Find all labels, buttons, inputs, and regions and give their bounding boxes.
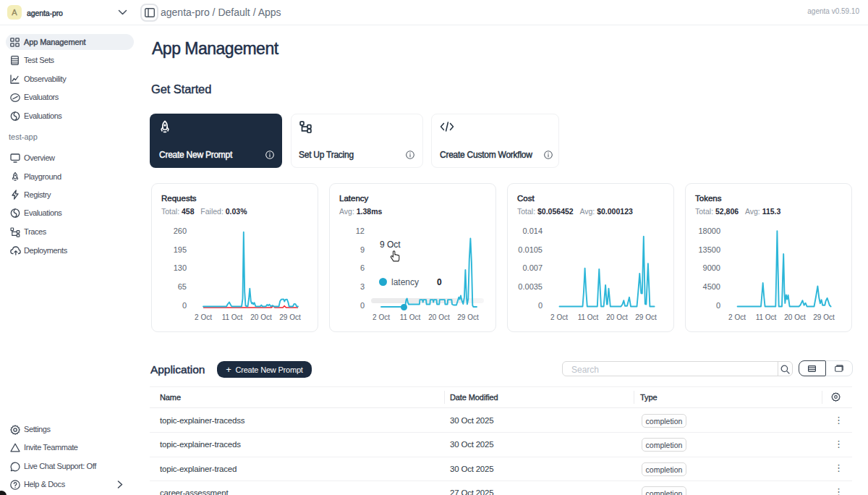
svg-text:20 Oct: 20 Oct [428,313,450,321]
svg-text:29 Oct: 29 Oct [279,313,301,321]
svg-text:0.014: 0.014 [522,227,542,235]
svg-text:2 Oct: 2 Oct [728,313,746,321]
svg-text:0: 0 [360,301,365,310]
svg-text:0.0105: 0.0105 [518,245,542,254]
svg-text:0.0035: 0.0035 [518,282,542,291]
svg-text:65: 65 [178,282,187,291]
svg-text:3: 3 [360,282,365,291]
svg-text:20 Oct: 20 Oct [606,313,628,321]
svg-text:20 Oct: 20 Oct [784,313,806,321]
svg-text:4500: 4500 [703,282,720,291]
svg-text:2 Oct: 2 Oct [550,313,568,321]
svg-text:29 Oct: 29 Oct [457,313,479,321]
svg-text:13500: 13500 [698,245,720,254]
svg-text:9000: 9000 [703,263,720,272]
svg-text:11 Oct: 11 Oct [578,313,599,321]
svg-text:29 Oct: 29 Oct [635,313,657,321]
svg-text:20 Oct: 20 Oct [250,313,272,321]
svg-text:2 Oct: 2 Oct [373,313,390,321]
svg-text:2 Oct: 2 Oct [195,313,212,321]
svg-text:18000: 18000 [698,227,720,235]
svg-text:11 Oct: 11 Oct [756,313,777,321]
svg-text:195: 195 [174,245,187,254]
svg-text:0: 0 [716,301,720,310]
svg-text:29 Oct: 29 Oct [813,313,835,321]
svg-text:130: 130 [174,263,187,272]
svg-text:0: 0 [538,301,542,310]
svg-text:6: 6 [360,263,365,272]
svg-text:0: 0 [182,301,187,310]
svg-text:12: 12 [356,227,365,235]
svg-text:11 Oct: 11 Oct [222,313,243,321]
svg-text:9: 9 [360,245,365,254]
svg-text:260: 260 [174,227,187,235]
svg-text:11 Oct: 11 Oct [400,313,421,321]
svg-text:0.007: 0.007 [522,263,542,272]
